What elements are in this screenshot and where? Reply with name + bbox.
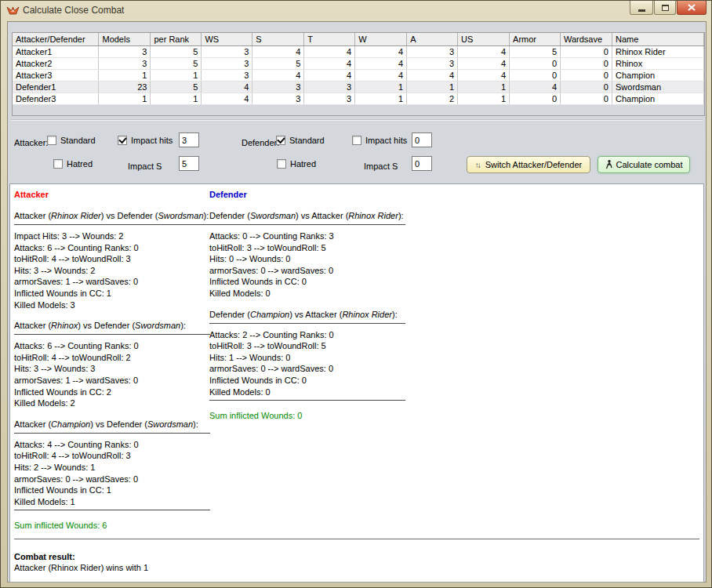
result-block-heading: Defender (Champion) vs Attacker (Rhinox …: [209, 310, 405, 321]
results-column-title: Defender: [209, 190, 405, 201]
table-cell: 4: [458, 69, 510, 81]
heading-text: Defender (: [209, 211, 250, 220]
table-cell: 1: [458, 93, 510, 104]
minimize-icon: [638, 9, 645, 12]
table-cell: Champion: [612, 69, 703, 81]
calculate-combat-button[interactable]: Calculate combat: [598, 156, 690, 173]
table-cell: 4: [458, 57, 510, 69]
table-cell: 4: [355, 69, 407, 81]
sum-inflicted-wounds: Sum inflicted Wounds: 0: [209, 411, 405, 420]
column-header-a[interactable]: A: [407, 33, 458, 45]
column-header-models[interactable]: Models: [99, 33, 151, 45]
result-line: Attacks: 6 --> Counting Ranks: 0: [14, 242, 210, 254]
unit-name: Rhinox Rider: [342, 310, 392, 319]
attacker-standard-checkbox[interactable]: Standard: [47, 136, 96, 145]
result-line: armorSaves: 1 --> wardSaves: 0: [14, 375, 210, 387]
result-line: Attacks: 0 --> Counting Ranks: 3: [209, 230, 405, 242]
unit-name: Swordsman: [158, 211, 203, 220]
table-cell: 1: [99, 69, 151, 81]
defender-impact-s-input[interactable]: [412, 156, 432, 171]
defender-standard-checkbox[interactable]: Standard: [276, 136, 325, 145]
table-cell: 1: [151, 69, 202, 81]
table-cell: 1: [458, 81, 510, 93]
closing-rule: [209, 400, 405, 401]
result-line: toHitRoll: 4 --> toWoundRoll: 2: [14, 352, 210, 364]
heading-underline: [14, 433, 210, 434]
attacker-hatred-checkbox[interactable]: Hatred: [53, 159, 93, 169]
heading-text: Defender (: [209, 310, 250, 319]
defender-hatred-checkbox[interactable]: Hatred: [277, 159, 316, 169]
column-header-attacker-defender[interactable]: Attacker/Defender: [13, 33, 99, 45]
result-line: toHitRoll: 3 --> toWoundRoll: 5: [209, 340, 405, 352]
table-cell: 4: [407, 69, 458, 81]
result-line: Inflicted Wounds in CC: 1: [14, 288, 210, 299]
result-block: Defender (Swordsman) vs Attacker (Rhinox…: [209, 211, 405, 299]
table-cell: 0: [561, 93, 612, 104]
table-cell: 2: [407, 93, 458, 104]
table-cell: 3: [304, 93, 355, 104]
unit-name: Champion: [250, 310, 289, 319]
result-line: Killed Models: 0: [209, 288, 405, 299]
attacker-impact-hits-input[interactable]: [179, 132, 199, 147]
column-header-armor[interactable]: Armor: [510, 33, 561, 45]
column-header-us[interactable]: US: [458, 33, 510, 45]
column-header-per-rank[interactable]: per Rank: [151, 33, 202, 45]
result-line: armorSaves: 0 --> wardSaves: 0: [209, 265, 405, 277]
heading-text: Attacker (: [14, 321, 51, 330]
result-block: Attacker (Champion) vs Defender (Swordsm…: [14, 419, 210, 511]
table-cell: 0: [561, 57, 612, 69]
table-cell: 0: [561, 81, 612, 93]
result-line: armorSaves: 0 --> wardSaves: 0: [209, 363, 405, 375]
column-header-ws[interactable]: WS: [202, 33, 252, 45]
table-cell: 1: [407, 81, 458, 93]
units-table-container: Attacker/DefenderModelsper RankWSSTWAUSA…: [12, 32, 705, 116]
combat-result-text: Attacker (Rhinox Rider) wins with 1: [14, 562, 699, 573]
column-header-s[interactable]: S: [252, 33, 304, 45]
closing-rule: [14, 510, 210, 510]
column-header-w[interactable]: W: [355, 33, 407, 45]
heading-text: Attacker (: [14, 419, 51, 429]
attacker-impact-s-input[interactable]: [179, 156, 199, 171]
table-row-attacker2[interactable]: Attacker23535443400Rhinox: [13, 57, 704, 69]
result-line: Hits: 3 --> Wounds: 2: [14, 265, 210, 277]
table-cell: 3: [202, 45, 252, 57]
defender-impact-hits-input[interactable]: [412, 132, 432, 147]
table-cell: 5: [151, 57, 202, 69]
heading-underline: [209, 224, 405, 225]
column-header-name[interactable]: Name: [612, 33, 703, 45]
titlebar[interactable]: Calculate Close Combat: [1, 1, 711, 20]
result-line: Hits: 0 --> Wounds: 0: [209, 253, 405, 265]
minimize-button[interactable]: [630, 1, 653, 15]
result-line: Inflicted Wounds in CC: 1: [14, 485, 210, 496]
table-row-attacker3[interactable]: Attacker31134444400Champion: [13, 69, 704, 81]
result-block: Attacker (Rhinox Rider) vs Defender (Swo…: [14, 211, 210, 310]
close-button[interactable]: [677, 1, 707, 15]
column-header-t[interactable]: T: [304, 33, 355, 45]
attacker-impact-hits-checkbox[interactable]: Impact hits: [118, 136, 173, 145]
defender-impact-hits-checkbox[interactable]: Impact hits: [352, 136, 407, 145]
table-cell: 4: [355, 57, 407, 69]
result-line: Inflicted Wounds in CC: 0: [209, 375, 405, 387]
column-header-wardsave[interactable]: Wardsave: [561, 33, 612, 45]
switch-arrows-icon: ↑↓: [475, 161, 481, 169]
section-separator: [11, 119, 703, 121]
heading-text: ) vs Defender (: [78, 321, 135, 330]
table-row-defender3[interactable]: Defender31143312100Champion: [13, 93, 704, 104]
heading-underline: [14, 334, 210, 335]
checkbox-icon: [53, 159, 63, 169]
heading-text: ) vs Defender (: [101, 211, 158, 220]
table-row-defender1[interactable]: Defender123543311140Swordsman: [13, 81, 704, 93]
maximize-button[interactable]: [654, 1, 676, 15]
switch-attacker-defender-button[interactable]: ↑↓ Switch Attacker/Defender: [467, 156, 590, 173]
table-row-attacker1[interactable]: Attacker13534443450Rhinox Rider: [13, 45, 704, 57]
heading-underline: [14, 224, 210, 225]
footer-divider: [14, 539, 699, 539]
unit-name: Swordsman: [135, 321, 180, 330]
table-cell: 3: [252, 93, 304, 104]
table-cell: 3: [202, 69, 252, 81]
result-block: Attacker (Rhinox) vs Defender (Swordsman…: [14, 321, 210, 409]
table-cell: 5: [151, 45, 202, 57]
result-line: Inflicted Wounds in CC: 0: [209, 276, 405, 288]
table-cell: 4: [252, 69, 304, 81]
table-cell: 5: [510, 45, 561, 57]
